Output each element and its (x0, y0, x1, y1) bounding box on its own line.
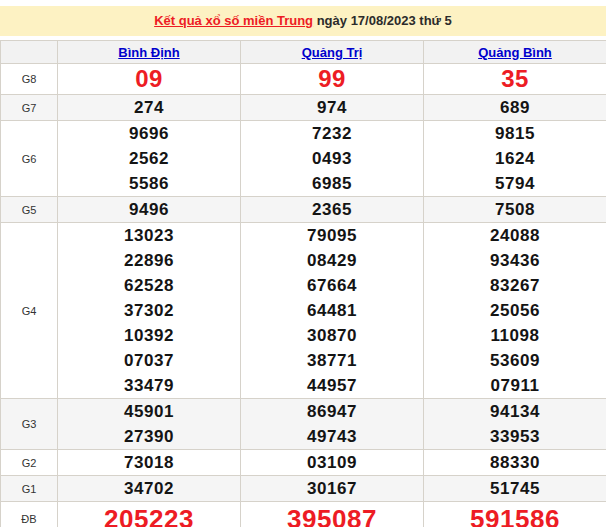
result-number: 22896 (58, 248, 240, 273)
prize-label-g6: G6 (1, 121, 58, 197)
result-cell: 79095084296766464481308703877144957 (241, 223, 424, 399)
title-date: ngày 17/08/2023 thứ 5 (313, 13, 452, 28)
prize-label-g1: G1 (1, 476, 58, 502)
prize-label-g7: G7 (1, 95, 58, 121)
result-number: 49743 (241, 424, 423, 449)
result-cell: 51745 (424, 476, 606, 502)
result-number: 38771 (241, 348, 423, 373)
result-number: 9696 (58, 121, 240, 146)
result-number: 93436 (424, 248, 606, 273)
result-number: 33953 (424, 424, 606, 449)
result-number: 08429 (241, 248, 423, 273)
header-empty-cell (1, 41, 58, 64)
result-number: 7508 (424, 197, 606, 222)
prize-row-g6: G6969625625586723204936985981516245794 (1, 121, 606, 197)
result-number: 5586 (58, 171, 240, 196)
prize-label-g8: G8 (1, 64, 58, 95)
result-number: 205223 (58, 502, 240, 527)
result-cell: 689 (424, 95, 606, 121)
result-number: 37302 (58, 298, 240, 323)
prize-row-g4: G413023228966252837302103920703733479790… (1, 223, 606, 399)
prize-row-g8: G8099935 (1, 64, 606, 95)
result-number: 73018 (58, 450, 240, 475)
result-cell: 395087 (241, 502, 424, 527)
result-number: 6985 (241, 171, 423, 196)
prize-label-g5: G5 (1, 197, 58, 223)
header-cell-binh-dinh: Bình Định (58, 41, 241, 64)
result-cell: 4590127390 (58, 399, 241, 450)
result-number: 45901 (58, 399, 240, 424)
result-number: 24088 (424, 223, 606, 248)
prize-row-g7: G7274974689 (1, 95, 606, 121)
prize-label-g2: G2 (1, 450, 58, 476)
result-cell: 24088934368326725056110985360907911 (424, 223, 606, 399)
result-cell: 723204936985 (241, 121, 424, 197)
result-cell: 8694749743 (241, 399, 424, 450)
prize-row-g2: G2730180310988330 (1, 450, 606, 476)
result-cell: 591586 (424, 502, 606, 527)
result-number: 2365 (241, 197, 423, 222)
result-number: 27390 (58, 424, 240, 449)
result-number: 79095 (241, 223, 423, 248)
prize-row-g5: G5949623657508 (1, 197, 606, 223)
province-link-quang-binh[interactable]: Quảng Bình (478, 45, 552, 60)
result-number: 13023 (58, 223, 240, 248)
result-number: 03109 (241, 450, 423, 475)
result-cell: 34702 (58, 476, 241, 502)
prize-label-db: ĐB (1, 502, 58, 527)
prize-label-g4: G4 (1, 223, 58, 399)
result-number: 09 (58, 64, 240, 94)
result-cell: 30167 (241, 476, 424, 502)
result-cell: 03109 (241, 450, 424, 476)
result-number: 64481 (241, 298, 423, 323)
result-number: 2562 (58, 146, 240, 171)
result-cell: 205223 (58, 502, 241, 527)
result-number: 67664 (241, 273, 423, 298)
result-cell: 274 (58, 95, 241, 121)
result-number: 86947 (241, 399, 423, 424)
result-number: 07911 (424, 373, 606, 398)
result-number: 395087 (241, 502, 423, 527)
result-cell: 13023228966252837302103920703733479 (58, 223, 241, 399)
result-number: 0493 (241, 146, 423, 171)
result-number: 94134 (424, 399, 606, 424)
result-cell: 974 (241, 95, 424, 121)
result-number: 99 (241, 64, 423, 94)
result-number: 35 (424, 64, 606, 94)
title-link[interactable]: Kết quả xổ số miền Trung (154, 13, 313, 28)
result-cell: 2365 (241, 197, 424, 223)
result-number: 274 (58, 95, 240, 120)
province-link-binh-dinh[interactable]: Bình Định (118, 45, 179, 60)
result-number: 51745 (424, 476, 606, 501)
result-number: 11098 (424, 323, 606, 348)
result-cell: 35 (424, 64, 606, 95)
result-number: 591586 (424, 502, 606, 527)
result-number: 07037 (58, 348, 240, 373)
result-cell: 09 (58, 64, 241, 95)
header-cell-quang-binh: Quảng Bình (424, 41, 606, 64)
result-number: 9496 (58, 197, 240, 222)
result-cell: 88330 (424, 450, 606, 476)
result-number: 25056 (424, 298, 606, 323)
result-number: 88330 (424, 450, 606, 475)
result-number: 83267 (424, 273, 606, 298)
result-cell: 969625625586 (58, 121, 241, 197)
lottery-results-table: Bình Định Quảng Trị Quảng Bình G8099935G… (0, 40, 606, 527)
title-banner: Kết quả xổ số miền Trung ngày 17/08/2023… (0, 6, 606, 36)
result-cell: 9413433953 (424, 399, 606, 450)
result-number: 62528 (58, 273, 240, 298)
result-number: 5794 (424, 171, 606, 196)
result-number: 1624 (424, 146, 606, 171)
result-cell: 7508 (424, 197, 606, 223)
prize-row-g3: G3459012739086947497439413433953 (1, 399, 606, 450)
province-link-quang-tri[interactable]: Quảng Trị (302, 45, 363, 60)
prize-row-db: ĐB205223395087591586 (1, 502, 606, 527)
result-number: 44957 (241, 373, 423, 398)
result-number: 53609 (424, 348, 606, 373)
header-row: Bình Định Quảng Trị Quảng Bình (1, 41, 606, 64)
prize-label-g3: G3 (1, 399, 58, 450)
result-cell: 981516245794 (424, 121, 606, 197)
result-number: 10392 (58, 323, 240, 348)
result-number: 9815 (424, 121, 606, 146)
result-number: 34702 (58, 476, 240, 501)
